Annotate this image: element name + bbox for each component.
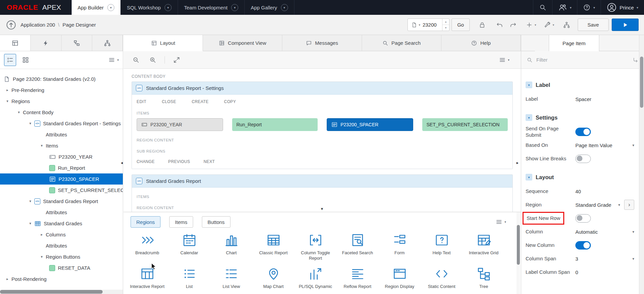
quick-pick-button[interactable]: ›	[624, 200, 634, 210]
field-label-column-span[interactable]: 0	[575, 269, 578, 275]
gallery-item-pl-sql-dynamic[interactable]: PL/SQL Dynamic	[294, 266, 336, 289]
page-number-input[interactable]: 23200	[423, 22, 442, 28]
tab-help[interactable]: Help	[441, 35, 521, 51]
chevron-down-icon[interactable]: ▾	[281, 4, 288, 11]
gallery-item-region-display[interactable]: Region Display	[379, 266, 421, 289]
gallery-item-form[interactable]: Form	[379, 232, 421, 261]
tab-page-search[interactable]: Page Search	[362, 35, 441, 51]
tab-processing[interactable]	[62, 35, 92, 51]
tree-item-items[interactable]: ▾Items	[0, 140, 123, 151]
scrollbar-thumb[interactable]	[0, 290, 103, 294]
layout-item-run-report[interactable]: Run_Report	[232, 118, 318, 131]
tree-item-regions[interactable]: ▾Regions	[0, 96, 123, 107]
chevron-down-icon[interactable]: ▾	[38, 255, 46, 259]
filter-input[interactable]	[536, 57, 629, 63]
toggle-start-new-row[interactable]	[575, 214, 591, 223]
gallery-item-faceted-search[interactable]: Faceted Search	[336, 232, 379, 261]
chevron-down-icon[interactable]: ▾	[15, 110, 23, 115]
global-search-button[interactable]	[533, 0, 552, 15]
chevron-down-icon[interactable]: ▾	[38, 143, 46, 148]
tab-dynamic-actions[interactable]	[31, 35, 61, 51]
toggle-show-line-breaks[interactable]	[575, 155, 591, 163]
copy-link[interactable]: COPY	[224, 99, 236, 104]
redo-button[interactable]	[508, 20, 518, 30]
chevron-down-icon[interactable]: ▾	[231, 4, 238, 11]
tree-group-button[interactable]	[20, 54, 32, 66]
chevron-right-icon[interactable]: ▸	[3, 88, 11, 92]
tree-item-p23200-spacer[interactable]: P23200_SPACER	[0, 173, 123, 185]
lock-page-button[interactable]	[477, 20, 487, 30]
nav-tab-app-builder[interactable]: App Builder ▾	[71, 0, 121, 15]
nav-tab-team-development[interactable]: Team Development ▾	[178, 0, 245, 15]
gallery-menu-button[interactable]: ▾	[495, 218, 506, 226]
select-column[interactable]: Automatic▾	[575, 229, 634, 235]
next-link[interactable]: NEXT	[204, 159, 215, 164]
step-up-icon[interactable]: ▲	[442, 19, 449, 25]
zoom-in-button[interactable]	[148, 55, 158, 65]
layout-item-p23200-year[interactable]: P23200_YEAR	[137, 118, 223, 131]
tree-item-standard-grades-report-settings[interactable]: ▾</>Standard Grades Report - Settings	[0, 118, 123, 129]
tree-item-standard-grades[interactable]: ▾Standard Grades	[0, 218, 123, 229]
utilities-menu-button[interactable]: ▾	[543, 21, 554, 29]
horizontal-scrollbar[interactable]	[0, 290, 123, 294]
breadcrumb-application[interactable]: Application 200	[21, 22, 55, 28]
layout-item-set-ps-current-selection[interactable]: SET_PS_CURRENT_SELECTION	[422, 118, 508, 131]
gallery-tab-regions[interactable]: Regions	[131, 216, 160, 228]
app-home-icon[interactable]	[6, 20, 16, 30]
vertical-scrollbar[interactable]	[639, 35, 644, 294]
go-button[interactable]: Go	[452, 19, 470, 31]
layout-menu-button[interactable]: ▾	[499, 56, 509, 64]
collapse-icon[interactable]: ▾	[526, 114, 532, 121]
nav-tab-sql-workshop[interactable]: SQL Workshop ▾	[121, 0, 178, 15]
step-down-icon[interactable]: ▼	[442, 25, 449, 31]
nav-tab-app-gallery[interactable]: App Gallery ▾	[245, 0, 294, 15]
tab-rendering[interactable]	[0, 35, 31, 51]
chevron-right-icon[interactable]: ▸	[38, 232, 46, 237]
chevron-down-icon[interactable]: ▾	[107, 4, 114, 11]
gallery-item-help-text[interactable]: Help Text	[421, 232, 463, 261]
gallery-item-list-view[interactable]: List View	[210, 266, 252, 289]
edit-link[interactable]: EDIT	[137, 99, 146, 104]
collapse-left-panel-handle[interactable]: ◄	[120, 161, 123, 165]
gallery-item-breadcrumb[interactable]: Breadcrumb	[126, 232, 168, 261]
help-menu-button[interactable]: ▾	[577, 0, 601, 15]
field-label[interactable]: Spacer	[575, 96, 592, 102]
gallery-item-tree[interactable]: Tree	[463, 266, 505, 289]
vertical-scrollbar[interactable]	[516, 212, 520, 294]
tree-item-p23200-year[interactable]: P23200_YEAR	[0, 151, 123, 162]
toggle-new-column[interactable]	[575, 241, 591, 250]
tree-item-page-23200-standard-grades-v2-0[interactable]: Page 23200: Standard Grades (v2.0)	[0, 73, 123, 85]
gallery-item-reflow-report[interactable]: Reflow Report	[336, 266, 379, 289]
account-menu-button[interactable]: Prince ▾	[601, 0, 644, 15]
scrollbar-thumb[interactable]	[640, 57, 643, 108]
region-standard-grades-report-settings[interactable]: </> Standard Grades Report - Settings ED…	[132, 81, 513, 169]
previous-link[interactable]: PREVIOUS	[168, 159, 190, 164]
administration-menu-button[interactable]: ▾	[552, 0, 577, 15]
expand-button[interactable]	[172, 55, 182, 65]
region-standard-grades-report[interactable]: </> Standard Grades Report ITEMS REGION …	[132, 174, 513, 212]
page-finder-button[interactable]: ▾	[408, 22, 423, 28]
tree-item-standard-grades-report[interactable]: ▾</>Standard Grades Report	[0, 196, 123, 207]
run-page-button[interactable]	[612, 19, 639, 31]
tree-item-region-buttons[interactable]: ▾Region Buttons	[0, 251, 123, 262]
gallery-item-calendar[interactable]: Calendar	[168, 232, 210, 261]
gallery-item-list[interactable]: List	[168, 266, 210, 289]
field-sequence[interactable]: 40	[575, 189, 581, 194]
chevron-down-icon[interactable]: ▾	[165, 4, 172, 11]
tab-page-shared-components[interactable]	[92, 35, 123, 51]
tree-item-set-ps-current-selection[interactable]: SET_PS_CURRENT_SELECTION	[0, 185, 123, 196]
gallery-item-map-chart[interactable]: Map Chart	[252, 266, 294, 289]
chevron-down-icon[interactable]: ▾	[26, 199, 34, 203]
close-link[interactable]: CLOSE	[162, 99, 176, 104]
gallery-item-column-toggle-report[interactable]: Column Toggle Report	[294, 232, 336, 261]
tree-item-attributes[interactable]: Attributes	[0, 129, 123, 140]
undo-button[interactable]	[495, 20, 505, 30]
scrollbar-thumb[interactable]	[517, 225, 520, 265]
shared-components-button[interactable]	[562, 20, 572, 30]
tree-item-reset-data[interactable]: RESET_DATA	[0, 262, 123, 273]
page-number-stepper[interactable]: ▲ ▼	[442, 19, 449, 31]
chevron-down-icon[interactable]: ▾	[3, 99, 11, 103]
region-header[interactable]: </> Standard Grades Report - Settings	[132, 82, 512, 95]
splitter-collapse-handle[interactable]: ▼	[320, 207, 324, 211]
page-selector[interactable]: ▾ 23200 ▲ ▼	[407, 19, 450, 31]
